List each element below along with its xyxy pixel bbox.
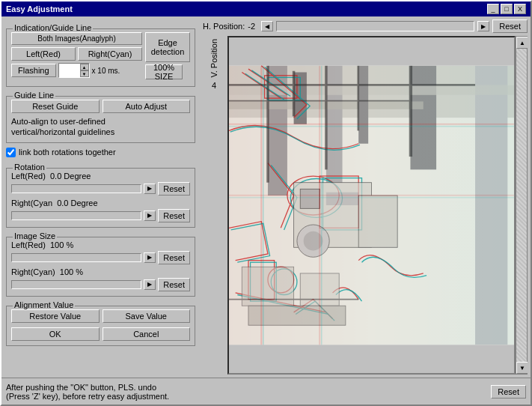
- indication-group: Indication/Guide Line Both Images(Anagly…: [6, 28, 195, 87]
- rotation-left-label: Left(Red) 0.0 Degree: [11, 172, 190, 181]
- h-position-label: H. Position:: [203, 22, 245, 31]
- image-area: [227, 36, 516, 375]
- rotation-right-label: Right(Cyan 0.0 Degree: [11, 199, 190, 207]
- h-position-slider[interactable]: [276, 21, 474, 31]
- spinner-down[interactable]: ▼: [80, 70, 89, 77]
- flashing-button[interactable]: Flashing: [11, 64, 56, 77]
- spinner-unit-label: x 10 ms.: [92, 67, 120, 75]
- link-checkbox[interactable]: [6, 148, 16, 157]
- image-size-right-label: Right(Cyan) 100 %: [11, 267, 190, 276]
- rotation-right-slider-row: ▶ Reset: [11, 209, 190, 222]
- anaglyph-image: [229, 37, 514, 373]
- guide-description: Auto-align to user-definedvertical/horiz…: [11, 116, 190, 138]
- left-red-button[interactable]: Left(Red): [11, 47, 76, 61]
- scroll-track[interactable]: [516, 49, 527, 362]
- size-button[interactable]: 100%SIZE: [145, 64, 183, 79]
- link-checkbox-row: link both rotations together: [6, 148, 195, 157]
- rotation-left-slider[interactable]: [11, 184, 141, 193]
- rotation-right-slider[interactable]: [11, 211, 141, 220]
- spinner-input[interactable]: 2: [59, 64, 80, 77]
- spinner-arrows: ▲ ▼: [80, 64, 89, 77]
- rotation-right-reset[interactable]: Reset: [158, 209, 190, 222]
- window-title: Easy Adjustment: [6, 4, 73, 13]
- title-bar-buttons: _ □ X: [487, 4, 526, 14]
- rotation-left-slider-row: ▶ Reset: [11, 182, 190, 196]
- rotation-right-arrow-right[interactable]: ▶: [144, 210, 156, 221]
- h-position-bar: H. Position: -2 ◀ ▶ Reset: [203, 19, 528, 33]
- v-position-value: 4: [212, 81, 216, 90]
- guide-group-label: Guide Line: [13, 91, 55, 100]
- title-bar: Easy Adjustment _ □ X: [1, 1, 531, 16]
- image-size-right-arrow[interactable]: ▶: [144, 279, 156, 290]
- image-size-left-slider[interactable]: [11, 253, 141, 262]
- v-position-area: V. Position 4: [203, 36, 225, 375]
- rotation-group: Rotation Left(Red) 0.0 Degree ▶ Reset Ri…: [6, 168, 195, 228]
- svg-rect-44: [372, 66, 515, 345]
- bottom-text: After pushing the "OK" button, PLS. undo…: [6, 383, 488, 401]
- restore-value-button[interactable]: Restore Value: [11, 309, 100, 323]
- right-cyan-button[interactable]: Right(Cyan): [78, 47, 142, 61]
- image-size-right-slider-row: ▶ Reset: [11, 278, 190, 291]
- h-position-reset[interactable]: Reset: [492, 19, 528, 33]
- h-position-left-arrow[interactable]: ◀: [261, 21, 273, 31]
- rotation-left-arrow-right[interactable]: ▶: [144, 184, 156, 194]
- guide-group: Guide Line Reset Guide Auto Adjust Auto-…: [6, 96, 195, 143]
- v-scrollbar: ▲ ▼: [516, 36, 528, 375]
- v-position-label: V. Position: [210, 39, 218, 78]
- right-panel: H. Position: -2 ◀ ▶ Reset V. Position 4: [200, 16, 531, 378]
- left-panel: Indication/Guide Line Both Images(Anagly…: [1, 16, 200, 378]
- both-images-button[interactable]: Both Images(Anaglyph): [11, 32, 142, 45]
- spinner-group: 2 ▲ ▼: [58, 63, 90, 78]
- image-with-scroll: ▲ ▼: [227, 36, 528, 375]
- cancel-button[interactable]: Cancel: [103, 327, 191, 341]
- image-size-left-arrow[interactable]: ▶: [144, 252, 156, 263]
- rotation-left-reset[interactable]: Reset: [158, 182, 190, 196]
- alignment-group-label: Alignment Value: [13, 300, 75, 309]
- bottom-bar: After pushing the "OK" button, PLS. undo…: [1, 378, 531, 405]
- rotation-group-label: Rotation: [13, 163, 46, 172]
- scroll-down-button[interactable]: ▼: [516, 362, 528, 374]
- image-size-group: Image Size Left(Red) 100 % ▶ Reset Right…: [6, 237, 195, 297]
- edge-detection-button[interactable]: Edgedetection: [145, 32, 190, 62]
- image-size-right-slider[interactable]: [11, 280, 141, 289]
- h-position-value: -2: [248, 22, 255, 31]
- image-size-label: Image Size: [13, 231, 57, 240]
- image-size-left-label: Left(Red) 100 %: [11, 240, 190, 249]
- spinner-up[interactable]: ▲: [80, 64, 89, 70]
- reset-guide-button[interactable]: Reset Guide: [11, 100, 100, 113]
- image-size-left-slider-row: ▶ Reset: [11, 251, 190, 264]
- scroll-up-button[interactable]: ▲: [516, 37, 528, 49]
- save-value-button[interactable]: Save Value: [103, 309, 191, 323]
- auto-adjust-button[interactable]: Auto Adjust: [103, 100, 191, 113]
- image-size-left-reset[interactable]: Reset: [158, 251, 190, 264]
- h-position-right-arrow[interactable]: ▶: [477, 21, 489, 31]
- ok-button[interactable]: OK: [11, 327, 100, 341]
- minimize-button[interactable]: _: [487, 4, 499, 14]
- main-window: Easy Adjustment _ □ X Indication/Guide L…: [0, 0, 532, 406]
- svg-rect-43: [229, 66, 372, 345]
- image-size-right-reset[interactable]: Reset: [158, 278, 190, 291]
- content-area: Indication/Guide Line Both Images(Anagly…: [1, 16, 531, 378]
- bottom-reset-button[interactable]: Reset: [491, 385, 526, 399]
- close-button[interactable]: X: [514, 4, 526, 14]
- maximize-button[interactable]: □: [501, 4, 513, 14]
- indication-group-label: Indication/Guide Line: [13, 23, 93, 32]
- link-checkbox-label: link both rotations together: [19, 148, 116, 157]
- alignment-group: Alignment Value Restore Value Save Value…: [6, 306, 195, 346]
